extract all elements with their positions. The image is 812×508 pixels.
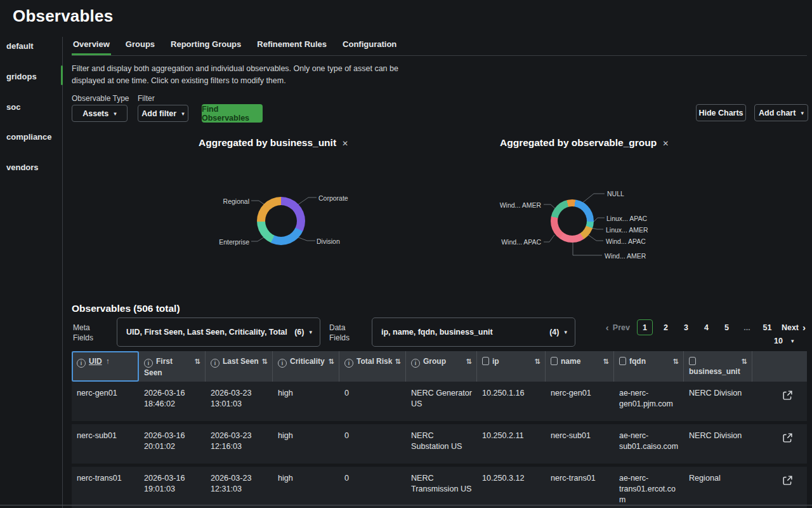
sort-icon[interactable]: ⇅ <box>262 356 268 366</box>
cell-last-seen: 2026-03-23 12:16:03 <box>206 424 273 464</box>
open-observable-icon[interactable] <box>782 432 793 444</box>
observables-count-heading: Observables (506 total) <box>72 303 180 314</box>
sidebar-item-vendors[interactable]: vendors <box>6 163 57 172</box>
page-button-51[interactable]: 51 <box>760 320 775 335</box>
observable-type-value: Assets <box>82 109 108 118</box>
column-header-actions <box>752 351 807 382</box>
cell-fqdn: ae-nerc-sub01.caiso.com <box>614 424 684 464</box>
sort-icon[interactable]: ⇅ <box>535 356 540 366</box>
cell-last-seen: 2026-03-23 13:01:03 <box>206 382 273 421</box>
page-button-5[interactable]: 5 <box>719 320 734 335</box>
sidebar-item-gridops[interactable]: gridops <box>6 72 57 81</box>
column-header-total-risk[interactable]: iTotal Risk⇅ <box>339 351 406 382</box>
cell-total-risk: 0 <box>339 467 406 508</box>
tab-refinement-rules[interactable]: Refinement Rules <box>256 38 328 55</box>
sort-ascending-icon[interactable]: ↑ <box>106 357 110 366</box>
column-header-business-unit[interactable]: business_unit⇅ <box>684 351 752 382</box>
table-row: nerc-gen01 2026-03-16 18:46:02 2026-03-2… <box>72 382 807 424</box>
close-icon[interactable]: ✕ <box>662 138 669 148</box>
info-icon[interactable]: i <box>211 359 219 368</box>
column-header-name[interactable]: name⇅ <box>546 351 614 382</box>
sort-icon[interactable]: ⇅ <box>742 356 747 366</box>
info-icon[interactable]: i <box>411 359 420 368</box>
cell-first-seen: 2026-03-16 20:01:02 <box>139 424 206 464</box>
business-unit-donut-chart[interactable] <box>257 197 305 245</box>
cell-business-unit: Regional <box>684 467 752 508</box>
donut-label-null: NULL <box>607 190 624 197</box>
page-size-select[interactable]: 10 ▾ <box>774 337 794 345</box>
external-link-icon <box>782 432 793 443</box>
open-observable-icon[interactable] <box>782 475 793 486</box>
cell-first-seen: 2026-03-16 18:46:02 <box>139 382 206 421</box>
page-button-2[interactable]: 2 <box>658 320 673 335</box>
info-icon[interactable]: i <box>344 359 353 368</box>
meta-fields-value: UID, First Seen, Last Seen, Criticality,… <box>126 328 289 337</box>
hide-charts-button[interactable]: Hide Charts <box>696 104 746 121</box>
sidebar-item-soc[interactable]: soc <box>6 102 57 112</box>
add-chart-dropdown[interactable]: Add chart ▾ <box>754 104 808 121</box>
find-observables-button[interactable]: Find Observables <box>202 104 263 123</box>
page-ellipsis: ... <box>740 320 754 335</box>
prev-page-button[interactable]: ‹ Prev <box>605 320 631 335</box>
sort-icon[interactable]: ⇅ <box>329 356 334 366</box>
observable-group-donut-chart[interactable] <box>551 199 594 243</box>
cell-ip: 10.250.3.12 <box>477 467 546 508</box>
donut-label-corporate: Corporate <box>318 194 348 202</box>
data-fields-select[interactable]: ip, name, fqdn, business_unit (4) ▾ <box>372 318 575 347</box>
column-header-uid[interactable]: iUID↑ <box>72 351 139 382</box>
tab-overview[interactable]: Overview <box>72 38 111 55</box>
page-button-4[interactable]: 4 <box>699 320 714 335</box>
info-icon[interactable]: i <box>278 359 287 368</box>
cell-total-risk: 0 <box>339 382 406 421</box>
tab-configuration[interactable]: Configuration <box>341 38 398 55</box>
sidebar-active-indicator <box>61 65 63 85</box>
intro-text: Filter and display both aggregation and … <box>72 63 431 86</box>
next-page-button[interactable]: Next › <box>780 320 807 335</box>
tab-groups[interactable]: Groups <box>124 38 156 55</box>
chevron-down-icon: ▾ <box>801 110 804 116</box>
donut-label-wind-apac: Wind... APAC <box>606 237 646 245</box>
cell-criticality: high <box>273 424 339 464</box>
chevron-down-icon: ▾ <box>309 329 312 335</box>
chevron-right-icon: › <box>802 323 806 332</box>
donut-label-linux-apac: Linux... APAC <box>606 215 647 222</box>
observable-type-select[interactable]: Assets ▾ <box>72 105 128 122</box>
sort-icon[interactable]: ⇅ <box>195 356 200 366</box>
chevron-down-icon: ▾ <box>181 110 185 117</box>
info-icon[interactable]: i <box>144 359 153 368</box>
cell-ip: 10.250.1.16 <box>477 382 546 421</box>
open-observable-icon[interactable] <box>782 390 793 401</box>
sidebar-item-compliance[interactable]: compliance <box>6 132 57 142</box>
chevron-left-icon: ‹ <box>606 323 609 332</box>
cell-name: nerc-sub01 <box>546 424 614 464</box>
cell-ip: 10.250.2.11 <box>477 424 546 464</box>
close-icon[interactable]: ✕ <box>342 138 348 148</box>
page-button-3[interactable]: 3 <box>679 320 693 335</box>
meta-fields-select[interactable]: UID, First Seen, Last Seen, Criticality,… <box>117 318 320 347</box>
sort-icon[interactable]: ⇅ <box>466 356 472 366</box>
table-header-row: iUID↑ iFirst Seen⇅ iLast Seen⇅ iCritical… <box>72 351 807 382</box>
cell-criticality: high <box>273 467 339 508</box>
column-header-fqdn[interactable]: fqdn⇅ <box>614 351 684 382</box>
sort-icon[interactable]: ⇅ <box>395 356 401 366</box>
pagination: ‹ Prev 1 2 3 4 5 ... 51 Next › <box>601 319 807 335</box>
cell-fqdn: ae-nerc-trans01.ercot.com <box>614 467 684 508</box>
page-button-1[interactable]: 1 <box>637 319 653 335</box>
cell-group: NERC Generator US <box>406 382 477 421</box>
column-header-group[interactable]: iGroup⇅ <box>406 351 477 382</box>
add-filter-label: Add filter <box>141 109 176 118</box>
tab-reporting-groups[interactable]: Reporting Groups <box>169 38 242 55</box>
cell-uid: nerc-gen01 <box>72 382 139 421</box>
cell-name: nerc-trans01 <box>546 467 614 508</box>
sidebar-item-default[interactable]: default <box>6 41 57 51</box>
column-header-criticality[interactable]: iCriticality⇅ <box>273 351 339 382</box>
info-icon[interactable]: i <box>77 359 86 368</box>
sort-icon[interactable]: ⇅ <box>603 356 609 366</box>
column-header-last-seen[interactable]: iLast Seen⇅ <box>206 351 273 382</box>
column-header-first-seen[interactable]: iFirst Seen⇅ <box>139 351 206 382</box>
add-filter-dropdown[interactable]: Add filter ▾ <box>138 105 188 122</box>
data-field-icon <box>689 357 696 365</box>
cell-total-risk: 0 <box>339 424 406 464</box>
column-header-ip[interactable]: ip⇅ <box>477 351 546 382</box>
sort-icon[interactable]: ⇅ <box>673 356 679 366</box>
